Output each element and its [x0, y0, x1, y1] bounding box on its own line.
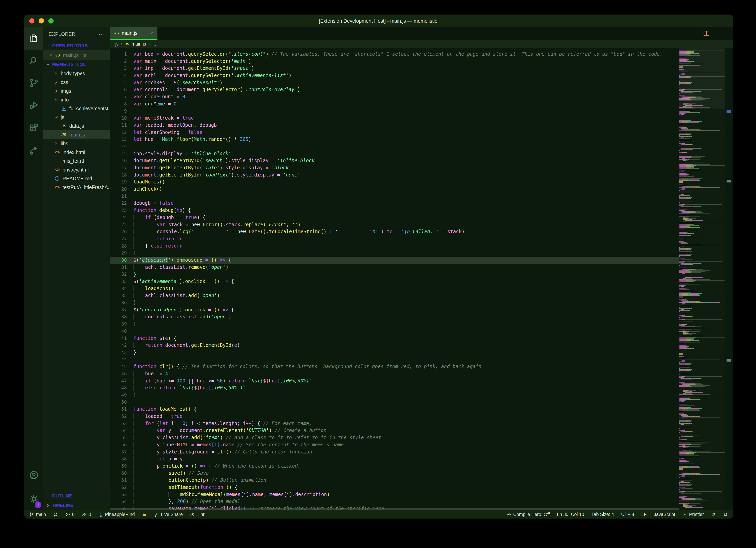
breadcrumb-item[interactable]: js [115, 41, 119, 47]
code-line[interactable]: 34 loadAchs() [110, 285, 679, 292]
status-prettier[interactable]: Prettier [682, 512, 704, 517]
code-line[interactable]: 37$('controlsOpen').onclick = () => { [110, 306, 679, 313]
minimize-window-button[interactable] [39, 18, 44, 23]
code-line[interactable]: 17document.getElementById('info').style.… [110, 164, 679, 172]
activity-item-explorer[interactable] [24, 27, 43, 50]
code-line[interactable]: 59 p.onclick = () => { // When the butto… [110, 463, 679, 470]
tree-item-main-js[interactable]: JSmain.js [43, 130, 110, 139]
activity-item-extensions[interactable] [24, 116, 43, 139]
breadcrumb[interactable]: js›JSmain.js›... [110, 40, 733, 48]
code-line[interactable]: 21 [110, 193, 679, 200]
code-line[interactable]: 16document.getElementById('search').styl… [110, 157, 679, 164]
tree-item-testputalittlefresha-[interactable]: <>testPutALittleFreshA... [43, 183, 110, 192]
code-line[interactable]: 43} [110, 349, 679, 356]
code-line[interactable]: 15inp.style.display = 'inline-block' [110, 150, 679, 157]
status-warnings[interactable]: 0 [82, 512, 91, 517]
split-editor-icon[interactable] [703, 30, 710, 37]
code-line[interactable]: 9 [110, 108, 679, 115]
code-line[interactable]: 33$('achievements').onclick = () => { [110, 278, 679, 285]
views-more-actions-icon[interactable]: ⋯ [99, 31, 105, 38]
tree-item-fullachievementsli-[interactable]: fullAchievementsLi... [43, 104, 110, 113]
activity-item-live-share[interactable] [24, 139, 43, 161]
code-line[interactable]: 1var bod = document.querySelector(".item… [110, 51, 679, 58]
close-editor-icon[interactable]: × [49, 52, 52, 58]
code-line[interactable]: 6var controls = document.querySelector('… [110, 86, 679, 93]
status-sync[interactable] [53, 512, 58, 517]
code-line[interactable]: 31 achl.classList.remove('open') [110, 264, 679, 271]
code-line[interactable]: 38 controls.classList.add('open') [110, 313, 679, 320]
tree-item-libs[interactable]: libs [43, 139, 110, 148]
title-bar[interactable]: [Extension Development Host] - main.js —… [24, 15, 733, 27]
code-line[interactable]: 51function loadMemes() { [110, 406, 679, 413]
code-line[interactable]: 3var inp = document.getElementById('inpu… [110, 65, 679, 72]
code-line[interactable]: 4var achl = document.querySelector('.ach… [110, 72, 679, 79]
tree-item-mis-ter-rtf[interactable]: ≡mis_ter.rtf [43, 157, 110, 165]
code-line[interactable]: 45function clr() { // The function for c… [110, 363, 679, 370]
breadcrumb-item[interactable]: main.js [132, 41, 146, 47]
code-line[interactable]: 25 var stack = new Error().stack.replace… [110, 221, 679, 229]
code-line[interactable]: 60 save() // Save [110, 470, 679, 477]
tree-item-index-html[interactable]: <>index.html [43, 148, 110, 157]
status-encoding[interactable]: UTF-8 [621, 512, 634, 517]
status-eol[interactable]: LF [641, 512, 647, 517]
status-language[interactable]: JavaScript [654, 512, 675, 517]
status-notifications[interactable] [723, 512, 728, 517]
code-line[interactable]: 29} [110, 250, 679, 257]
code-line[interactable]: 52 loaded = true [110, 413, 679, 420]
zoom-window-button[interactable] [48, 18, 54, 23]
minimap[interactable] [679, 48, 725, 510]
tree-item-js[interactable]: js [43, 113, 110, 122]
open-editor-main-js[interactable]: ×JSmain.jsjs [43, 50, 110, 60]
code-line[interactable]: 46 hue += 4 [110, 370, 679, 377]
code-line[interactable]: 14 [110, 143, 679, 150]
activity-item-search[interactable] [24, 50, 43, 72]
overview-ruler[interactable] [725, 48, 733, 510]
code-line[interactable]: 24 if (debugb == true) { [110, 214, 679, 221]
code-line[interactable]: 57 y.style.background = clr() // Calls t… [110, 448, 679, 456]
tree-item-privacy-html[interactable]: <>privacy.html [43, 165, 110, 174]
tree-item-body-types[interactable]: body-types [43, 69, 110, 78]
status-tab-size[interactable]: Tab Size: 4 [591, 512, 614, 517]
code-line[interactable]: 39} [110, 320, 679, 328]
status-feedback[interactable] [711, 512, 716, 517]
horizontal-scrollbar[interactable] [110, 508, 679, 510]
activity-item-run-debug[interactable] [24, 94, 43, 116]
code-line[interactable]: 30$('closeachl').onmouseup = () => { [110, 257, 679, 264]
code-line[interactable]: 28 } else return [110, 243, 679, 250]
status-branch[interactable]: main [29, 512, 46, 517]
code-line[interactable]: 42 return document.getElementById(e) [110, 342, 679, 349]
code-line[interactable]: 26 console.log('___________' + new Date(… [110, 228, 679, 236]
panel-timeline[interactable]: TIMELINE [43, 501, 110, 510]
code-line[interactable]: 7var cloneCount = 0 [110, 93, 679, 101]
code-line[interactable]: 11var loaded, modalOpen, debugb [110, 122, 679, 129]
code-line[interactable]: 48 else return `hsl(${hue},100%,50%,)` [110, 384, 679, 392]
code-line[interactable]: 47 if (hue <= 100 || hue >= 50) return `… [110, 377, 679, 385]
code-line[interactable]: 13let hue = Math.floor(Math.random() * 3… [110, 136, 679, 143]
code-line[interactable]: 62 setTimeout(function () { [110, 484, 679, 491]
activity-item-account[interactable] [24, 464, 43, 486]
code-line[interactable]: 40 [110, 328, 679, 335]
code-line[interactable]: 54 var y = document.createElement('BUTTO… [110, 427, 679, 434]
tree-item-data-js[interactable]: JSdata.js [43, 122, 110, 130]
code-line[interactable]: 10var memeStreak = true [110, 115, 679, 122]
code-line[interactable]: 61 buttonClone(p) // Button animation [110, 477, 679, 484]
code-line[interactable]: 44 [110, 356, 679, 363]
code-line[interactable]: 32} [110, 271, 679, 278]
status-lock[interactable] [142, 512, 147, 517]
status-cursor-position[interactable]: Ln 30, Col 10 [557, 512, 584, 517]
code-line[interactable]: 22debugb = false [110, 200, 679, 207]
code-line[interactable]: 27 return to [110, 236, 679, 243]
code-line[interactable]: 18document.getElementById('loadText').st… [110, 172, 679, 179]
code-line[interactable]: 58 let p = y [110, 455, 679, 463]
code-line[interactable]: 19loadMemes() [110, 179, 679, 186]
code-line[interactable]: 36} [110, 299, 679, 306]
code-line[interactable]: 12let clearShowing = false [110, 129, 679, 136]
code-line[interactable]: 53 for (let i = 0; i < memes.length; i++… [110, 420, 679, 427]
folder-root-memelistlol[interactable]: MEMELISTLOL [43, 60, 110, 69]
code-line[interactable]: 5var srchRes = $('searchResult') [110, 79, 679, 86]
status-errors[interactable]: 0 [65, 512, 75, 517]
code-line[interactable]: 8var curMeme = 0 [110, 101, 679, 108]
code-line[interactable]: 49} [110, 392, 679, 399]
code-line[interactable]: 50 [110, 399, 679, 406]
tree-item-imgs[interactable]: imgs [43, 87, 110, 95]
